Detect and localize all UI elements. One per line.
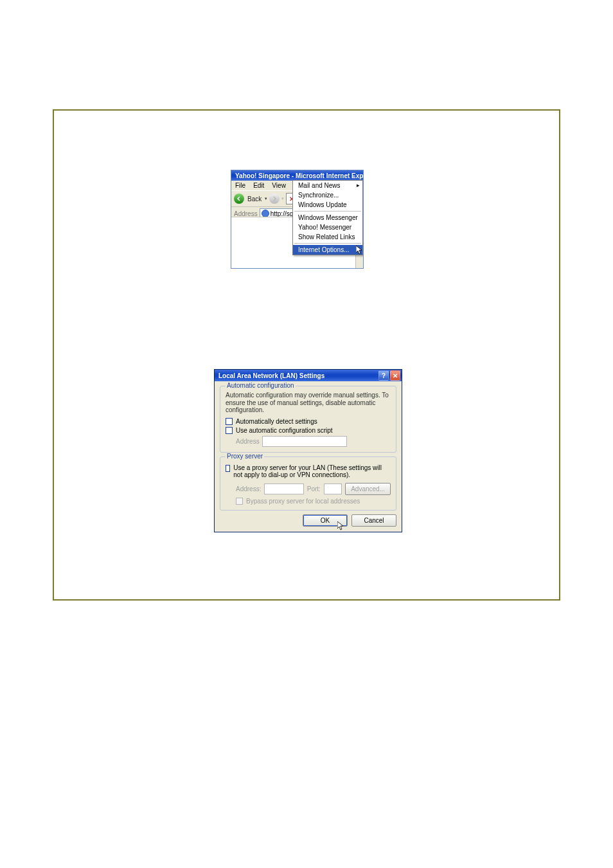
- use-proxy-label: Use a proxy server for your LAN (These s…: [233, 464, 391, 479]
- dialog-footer: OK Cancel: [220, 514, 396, 527]
- lan-title: Local Area Network (LAN) Settings: [218, 372, 324, 379]
- cancel-button[interactable]: Cancel: [351, 514, 396, 527]
- proxy-address-field: [264, 484, 303, 494]
- group-auto-title: Automatic configuration: [226, 382, 296, 389]
- back-label: Back: [246, 195, 263, 203]
- checkbox-auto-script[interactable]: [226, 427, 233, 434]
- lan-settings-dialog: Local Area Network (LAN) Settings ? ✕ Au…: [214, 369, 402, 532]
- proxy-port-label: Port:: [307, 485, 321, 493]
- ie-title: Yahoo! Singapore - Microsoft Internet Ex…: [235, 172, 363, 179]
- checkbox-use-proxy[interactable]: [226, 465, 230, 472]
- cursor-icon: [337, 521, 345, 532]
- ie-window: Yahoo! Singapore - Microsoft Internet Ex…: [231, 170, 364, 269]
- cursor-icon: [356, 246, 364, 256]
- back-button[interactable]: [234, 194, 244, 204]
- tools-related-links[interactable]: Show Related Links: [293, 232, 362, 242]
- back-dropdown-icon[interactable]: ▾: [265, 196, 267, 201]
- auto-address-field: [262, 436, 347, 447]
- tools-internet-options-label: Internet Options...: [298, 246, 350, 253]
- tools-mail-news[interactable]: Mail and News: [293, 181, 362, 190]
- checkbox-bypass-local: [236, 498, 243, 505]
- arrow-right-icon: [272, 196, 277, 201]
- proxy-port-field: [324, 484, 342, 494]
- group-auto-config: Automatic configuration Automatic config…: [220, 386, 396, 453]
- tools-dropdown: Mail and News Synchronize... Windows Upd…: [292, 180, 363, 255]
- tools-internet-options[interactable]: Internet Options...: [293, 245, 362, 255]
- auto-config-desc: Automatic configuration may override man…: [226, 392, 391, 414]
- auto-detect-label: Automatically detect settings: [236, 418, 317, 425]
- bypass-local-label: Bypass proxy server for local addresses: [246, 498, 360, 505]
- group-proxy: Proxy server Use a proxy server for your…: [220, 457, 396, 511]
- help-button[interactable]: ?: [378, 370, 389, 381]
- separator: [294, 211, 361, 212]
- lan-body: Automatic configuration Automatic config…: [215, 381, 402, 532]
- menu-edit[interactable]: Edit: [249, 181, 268, 190]
- page-frame: Yahoo! Singapore - Microsoft Internet Ex…: [53, 109, 560, 601]
- tools-win-messenger[interactable]: Windows Messenger: [293, 213, 362, 222]
- address-label: Address: [234, 210, 258, 217]
- checkbox-auto-detect[interactable]: [226, 418, 233, 425]
- tools-win-update[interactable]: Windows Update: [293, 200, 362, 210]
- separator: [294, 243, 361, 244]
- group-proxy-title: Proxy server: [226, 453, 264, 460]
- close-button[interactable]: ✕: [390, 370, 400, 381]
- menu-view[interactable]: View: [268, 181, 290, 190]
- tools-yahoo-messenger[interactable]: Yahoo! Messenger: [293, 222, 362, 232]
- auto-address-label: Address: [236, 438, 260, 445]
- forward-button[interactable]: [269, 194, 280, 204]
- forward-dropdown-icon[interactable]: ▾: [281, 196, 284, 201]
- auto-script-label: Use automatic configuration script: [236, 427, 333, 434]
- lan-titlebar: Local Area Network (LAN) Settings ? ✕: [215, 370, 402, 381]
- ie-titlebar: Yahoo! Singapore - Microsoft Internet Ex…: [231, 170, 363, 181]
- arrow-left-icon: [236, 196, 242, 201]
- advanced-button[interactable]: Advanced...: [345, 483, 391, 495]
- proxy-address-label: Address:: [236, 485, 261, 493]
- menu-file[interactable]: File: [231, 181, 249, 190]
- tools-synchronize[interactable]: Synchronize...: [293, 190, 362, 200]
